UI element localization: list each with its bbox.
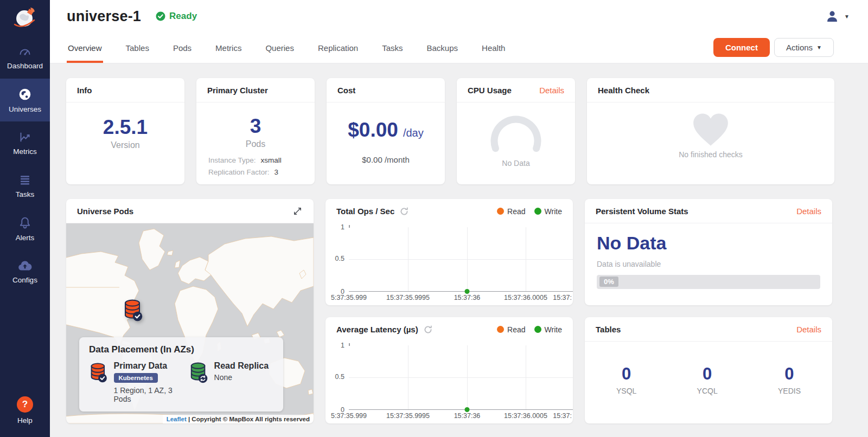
primary-database-icon <box>89 361 108 384</box>
y-tick: 1 <box>326 223 344 231</box>
actions-button-label: Actions <box>786 43 813 52</box>
x-axis-labels: 5:37:35.999 15:37:35.9995 15:37:36 15:37… <box>326 292 573 304</box>
x-tick: 15:37:36.0005 <box>504 412 547 420</box>
card-title: Info <box>77 86 92 95</box>
status-badge: Ready <box>156 11 197 22</box>
health-check-card: Health Check No finished checks <box>587 78 834 184</box>
metrics-icon <box>18 131 32 144</box>
help-icon: ? <box>17 396 33 413</box>
chart-title: Total Ops / Sec <box>336 207 394 216</box>
sidebar-item-tasks[interactable]: Tasks <box>0 164 50 207</box>
actions-button[interactable]: Actions ▼ <box>774 38 834 57</box>
tab-tasks[interactable]: Tasks <box>382 33 403 63</box>
sidebar-item-label: Universes <box>9 105 41 113</box>
legend-read[interactable]: Read <box>497 207 525 216</box>
sidebar-item-universes[interactable]: Universes <box>0 79 50 121</box>
cost-card: Cost $0.00 /day $0.00 /month <box>327 78 445 184</box>
configs-icon <box>17 259 33 272</box>
card-title: Primary Cluster <box>207 86 268 95</box>
x-axis-labels: 5:37:35.999 15:37:35.9995 15:37:36 15:37… <box>326 410 573 422</box>
read-replica-value: None <box>214 373 269 382</box>
refresh-icon[interactable] <box>424 325 432 334</box>
sidebar-item-label: Tasks <box>16 190 35 198</box>
x-tick: 5:37:35.999 <box>331 294 367 301</box>
legend-write[interactable]: Write <box>534 207 562 216</box>
instance-type-key: Instance Type: <box>208 156 256 164</box>
universe-pods-card: Universe Pods <box>66 199 314 423</box>
universes-icon <box>18 87 32 101</box>
sidebar-item-label: Alerts <box>16 234 35 242</box>
sidebar-item-alerts[interactable]: Alerts <box>0 207 50 250</box>
chart-title: Average Latency (µs) <box>336 325 418 334</box>
replication-factor-value: 3 <box>275 168 279 176</box>
sidebar-item-help[interactable]: ? Help <box>0 389 50 432</box>
tab-metrics[interactable]: Metrics <box>215 33 241 63</box>
y-tick: 0.5 <box>326 373 344 381</box>
chevron-down-icon: ▼ <box>844 14 850 20</box>
legend-write[interactable]: Write <box>534 325 562 334</box>
tab-replication[interactable]: Replication <box>318 33 358 63</box>
health-no-checks: No finished checks <box>587 150 834 159</box>
x-tick: 15:37:35.9995 <box>386 412 430 420</box>
universe-header: universe-1 Ready ▼ <box>50 0 868 33</box>
card-title: Health Check <box>598 86 649 95</box>
persistent-volume-stats-card: Persistent Volume Stats Details No Data … <box>585 199 832 305</box>
avg-latency-chart-card: Average Latency (µs) Read <box>326 317 573 423</box>
sidebar-item-label: Configs <box>12 276 37 284</box>
x-tick: 15:37:36.0005 <box>504 294 547 301</box>
planet-rocket-logo-icon <box>11 4 39 32</box>
x-tick: 15:37:35.9995 <box>386 294 430 301</box>
user-menu[interactable]: ▼ <box>825 9 850 23</box>
legend-read[interactable]: Read <box>497 325 525 334</box>
ycql-count: 0 <box>697 364 718 384</box>
sidebar-item-dashboard[interactable]: Dashboard <box>0 36 50 79</box>
y-tick: 0.5 <box>326 255 344 262</box>
kubernetes-badge: Kubernetes <box>114 373 158 383</box>
read-dot-icon <box>497 208 504 215</box>
sidebar-item-configs[interactable]: Configs <box>0 250 50 293</box>
connect-button[interactable]: Connect <box>713 38 770 57</box>
tab-health[interactable]: Health <box>482 33 505 63</box>
replica-database-icon <box>189 361 208 384</box>
write-dot-icon <box>534 326 541 333</box>
world-map[interactable]: Data Placement (In AZs) <box>66 223 314 423</box>
primary-data-group: Primary Data Kubernetes 1 Region, 1 AZ, … <box>89 361 189 403</box>
card-title: Cost <box>337 86 355 95</box>
cpu-details-link[interactable]: Details <box>539 86 564 95</box>
expand-icon[interactable] <box>292 206 303 216</box>
primary-data-marker-icon[interactable] <box>123 298 143 322</box>
info-card: Info 2.5.1 Version <box>66 78 184 184</box>
pvs-progress-label: 0% <box>599 277 618 287</box>
chevron-down-icon: ▼ <box>816 44 822 50</box>
leaflet-link[interactable]: Leaflet <box>167 416 187 422</box>
pvs-details-link[interactable]: Details <box>796 207 821 216</box>
alerts-icon <box>18 216 32 230</box>
tab-tables[interactable]: Tables <box>126 33 149 63</box>
read-replica-group: Read Replica None <box>189 361 269 403</box>
cost-per-day: $0.00 <box>348 119 398 142</box>
card-title: Tables <box>596 325 621 334</box>
card-title: Persistent Volume Stats <box>596 207 688 216</box>
app-logo[interactable] <box>0 0 50 36</box>
tab-backups[interactable]: Backups <box>427 33 458 63</box>
x-tick: 5:37:35.999 <box>331 412 367 420</box>
refresh-icon[interactable] <box>400 207 409 216</box>
map-attribution: Leaflet | Copyright © MapBox All rights … <box>163 415 314 423</box>
x-tick: 15:37: <box>553 294 572 301</box>
sidebar: Dashboard Universes Metrics <box>0 0 50 437</box>
primary-cluster-card: Primary Cluster 3 Pods Instance Type: xs… <box>196 78 315 184</box>
yedis-label: YEDIS <box>778 387 801 395</box>
total-ops-chart-card: Total Ops / Sec Read <box>326 199 573 305</box>
yedis-count: 0 <box>778 364 801 384</box>
tab-queries[interactable]: Queries <box>265 33 294 63</box>
sidebar-item-metrics[interactable]: Metrics <box>0 121 50 164</box>
instance-type-value: xsmall <box>261 156 282 164</box>
page-title: universe-1 <box>67 8 141 25</box>
replication-factor-key: Replication Factor: <box>208 168 270 176</box>
tab-overview[interactable]: Overview <box>68 33 102 63</box>
legend-read-label: Read <box>507 325 525 334</box>
attribution-text: | Copyright © MapBox All rights reserved <box>188 416 310 422</box>
tasks-icon <box>18 173 32 187</box>
tab-pods[interactable]: Pods <box>173 33 192 63</box>
tables-details-link[interactable]: Details <box>796 325 821 334</box>
